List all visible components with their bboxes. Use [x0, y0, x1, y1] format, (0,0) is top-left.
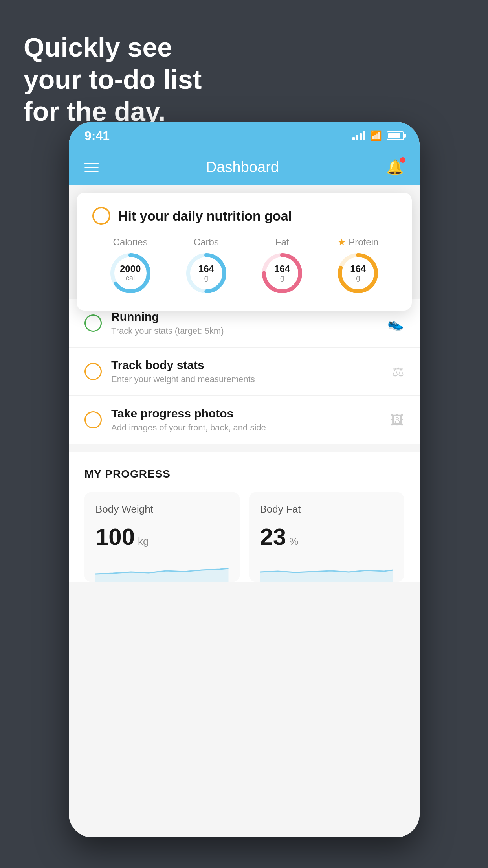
notification-dot [400, 157, 405, 163]
body-weight-card[interactable]: Body Weight 100 kg [84, 492, 240, 582]
todo-name-running: Running [111, 310, 387, 324]
card-title: Hit your daily nutrition goal [118, 208, 292, 224]
headline-line2: your to-do list [24, 64, 202, 96]
todo-check-circle[interactable] [92, 207, 110, 225]
nutrition-carbs: Carbs 164 g [185, 237, 228, 295]
todo-sub-photos: Add images of your front, back, and side [111, 423, 391, 433]
nutrition-calories: Calories 2000 cal [109, 237, 152, 295]
todo-sub-running: Track your stats (target: 5km) [111, 326, 387, 336]
protein-value: 164 [350, 264, 366, 274]
shoe-icon: 👟 [387, 315, 404, 331]
nutrition-grid: Calories 2000 cal Carbs [92, 237, 396, 295]
content-area: THINGS TO DO TODAY Hit your daily nutrit… [69, 185, 420, 837]
body-fat-value-row: 23 % [260, 523, 393, 550]
protein-circle: 164 g [336, 252, 380, 295]
body-fat-chart [260, 558, 393, 582]
carbs-circle: 164 g [185, 252, 228, 295]
body-weight-card-title: Body Weight [95, 503, 229, 515]
nutrition-protein: ★ Protein 164 g [336, 237, 380, 295]
todo-circle-running [84, 314, 102, 332]
background-headline: Quickly see your to-do list for the day. [24, 31, 202, 128]
battery-icon [387, 131, 404, 140]
headline-line1: Quickly see [24, 31, 202, 64]
nutrition-fat: Fat 164 g [261, 237, 304, 295]
carbs-unit: g [198, 274, 214, 283]
nutrition-card: Hit your daily nutrition goal Calories 2… [77, 193, 412, 311]
scale-icon: ⚖ [392, 364, 404, 379]
calories-value: 2000 [120, 264, 141, 274]
todo-circle-body-stats [84, 363, 102, 380]
body-fat-unit: % [289, 535, 298, 548]
todo-sub-body-stats: Enter your weight and measurements [111, 374, 392, 384]
body-fat-card-title: Body Fat [260, 503, 393, 515]
body-fat-card[interactable]: Body Fat 23 % [249, 492, 404, 582]
carbs-value: 164 [198, 264, 214, 274]
todo-name-body-stats: Track body stats [111, 359, 392, 372]
my-progress-section: MY PROGRESS Body Weight 100 kg [69, 452, 420, 582]
fat-circle: 164 g [261, 252, 304, 295]
body-fat-number: 23 [260, 523, 286, 550]
hamburger-menu[interactable] [84, 163, 99, 172]
todo-name-photos: Take progress photos [111, 407, 391, 420]
status-bar: 9:41 📶 [69, 122, 420, 149]
status-icons: 📶 [352, 130, 404, 141]
header-title: Dashboard [206, 159, 279, 176]
protein-label: ★ Protein [338, 237, 378, 248]
fat-label: Fat [275, 237, 289, 248]
body-weight-value-row: 100 kg [95, 523, 229, 550]
signal-icon [352, 131, 365, 140]
phone-frame: 9:41 📶 Dashboard 🔔 THINGS TO DO TOD [69, 122, 420, 837]
calories-unit: cal [120, 274, 141, 283]
todo-list: Running Track your stats (target: 5km) 👟… [69, 299, 420, 444]
wifi-icon: 📶 [370, 130, 382, 141]
notification-bell[interactable]: 🔔 [386, 159, 404, 175]
carbs-label: Carbs [194, 237, 219, 248]
todo-text-running: Running Track your stats (target: 5km) [111, 310, 387, 336]
status-time: 9:41 [84, 129, 110, 143]
body-weight-number: 100 [95, 523, 135, 550]
card-header: Hit your daily nutrition goal [92, 207, 396, 225]
protein-unit: g [350, 274, 366, 283]
svg-marker-8 [95, 568, 229, 582]
todo-item-body-stats[interactable]: Track body stats Enter your weight and m… [69, 348, 420, 396]
my-progress-title: MY PROGRESS [84, 468, 404, 480]
progress-cards: Body Weight 100 kg Body Fat [84, 492, 404, 582]
svg-marker-9 [260, 570, 393, 582]
body-weight-chart [95, 558, 229, 582]
fat-unit: g [274, 274, 290, 283]
fat-value: 164 [274, 264, 290, 274]
calories-label: Calories [113, 237, 148, 248]
calories-circle: 2000 cal [109, 252, 152, 295]
todo-text-body-stats: Track body stats Enter your weight and m… [111, 359, 392, 384]
todo-item-photos[interactable]: Take progress photos Add images of your … [69, 396, 420, 444]
body-weight-unit: kg [138, 535, 149, 548]
todo-circle-photos [84, 411, 102, 428]
app-header: Dashboard 🔔 [69, 149, 420, 185]
photo-icon: 🖼 [391, 412, 404, 428]
star-icon: ★ [338, 237, 346, 248]
todo-text-photos: Take progress photos Add images of your … [111, 407, 391, 433]
